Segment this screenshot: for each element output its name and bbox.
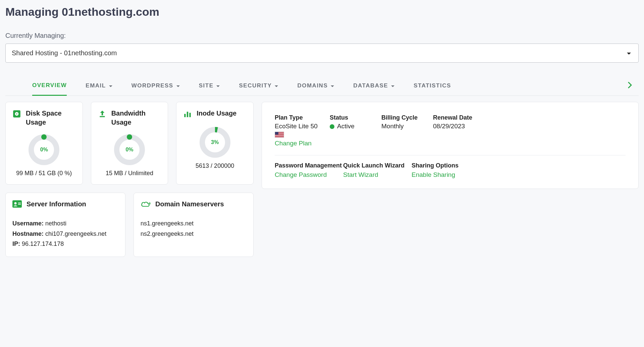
chart-icon (183, 110, 192, 120)
tabs-scroll-right[interactable] (625, 79, 635, 92)
caret-down-icon (109, 82, 113, 89)
hostname-label: Hostname: (12, 230, 44, 237)
renewal-date-value: 08/29/2023 (433, 123, 472, 130)
svg-point-2 (16, 113, 17, 114)
caret-down-icon (274, 82, 278, 89)
nameserver-2: ns2.greengeeks.net (141, 229, 247, 239)
nameservers-card: Domain Nameservers ns1.greengeeks.net ns… (133, 193, 254, 257)
tab-label: STATISTICS (414, 82, 451, 89)
plan-type-label: Plan Type (275, 114, 325, 121)
donut-percent: 3% (198, 126, 232, 159)
donut-percent: 0% (113, 133, 146, 166)
caret-down-icon (391, 82, 395, 89)
status-value: Active (330, 123, 377, 130)
username-value: nethosti (45, 220, 66, 227)
page-title: Managing 01nethosting.com (5, 5, 639, 18)
nameserver-1: ns1.greengeeks.net (141, 218, 247, 229)
disk-donut-chart: 0% (27, 133, 61, 166)
flag-us-icon (275, 132, 284, 138)
tab-overview[interactable]: OVERVIEW (32, 76, 67, 96)
sharing-options-label: Sharing Options (412, 162, 459, 169)
disk-usage-detail: 99 MB / 51 GB (0 %) (12, 170, 76, 177)
tab-label: DATABASE (353, 82, 388, 89)
tab-email[interactable]: EMAIL (86, 76, 112, 95)
bandwidth-card: Bandwidth Usage 0% 15 MB / Unlimited (91, 102, 168, 185)
tab-security[interactable]: SECURITY (239, 76, 278, 95)
card-title: Disk Space Usage (26, 109, 76, 127)
change-plan-link[interactable]: Change Plan (275, 140, 312, 147)
chevron-right-icon (628, 82, 632, 88)
enable-sharing-link[interactable]: Enable Sharing (412, 171, 455, 179)
caret-down-icon (176, 82, 180, 89)
caret-down-icon (216, 82, 220, 89)
change-password-link[interactable]: Change Password (275, 171, 327, 179)
billing-cycle-label: Billing Cycle (381, 114, 428, 121)
hostname-value: chi107.greengeeks.net (45, 230, 106, 237)
inode-card: Inode Usage 3% 5613 / 200000 (176, 102, 254, 185)
tab-wordpress[interactable]: WORDPRESS (131, 76, 180, 95)
bandwidth-usage-detail: 15 MB / Unlimited (98, 170, 161, 177)
svg-point-14 (14, 202, 17, 205)
inode-usage-detail: 5613 / 200000 (183, 162, 247, 169)
tab-label: DOMAINS (297, 82, 328, 89)
tab-statistics[interactable]: STATISTICS (414, 76, 451, 95)
tab-label: WORDPRESS (131, 82, 173, 89)
username-label: Username: (12, 220, 44, 227)
password-mgmt-label: Password Management (275, 162, 342, 169)
tab-label: OVERVIEW (32, 82, 67, 89)
svg-rect-15 (18, 203, 21, 203)
server-ip-row: IP: 96.127.174.178 (12, 239, 118, 249)
cloud-icon (141, 200, 151, 209)
card-title: Inode Usage (197, 109, 236, 118)
tab-site[interactable]: SITE (199, 76, 220, 95)
ip-label: IP: (12, 240, 20, 247)
disk-space-card: Disk Space Usage 0% 99 MB / 51 GB (0 %) (5, 102, 83, 185)
svg-rect-5 (100, 116, 105, 117)
tabs-nav: OVERVIEW EMAIL WORDPRESS SITE SECURITY D… (5, 76, 639, 96)
tab-database[interactable]: DATABASE (353, 76, 395, 95)
bandwidth-donut-chart: 0% (113, 133, 146, 166)
disk-icon (12, 110, 21, 120)
svg-rect-9 (187, 112, 188, 117)
tab-label: SECURITY (239, 82, 272, 89)
currently-managing-label: Currently Managing: (5, 32, 639, 40)
hosting-select[interactable]: Shared Hosting - 01nethosting.com (5, 44, 639, 63)
plan-info-card: Plan Type EcoSite Lite 50 Change Plan St… (262, 102, 639, 189)
card-title: Server Information (26, 200, 86, 209)
status-dot-icon (330, 124, 334, 129)
renewal-date-label: Renewal Date (433, 114, 472, 121)
server-info-card: Server Information Username: nethosti Ho… (5, 193, 125, 257)
billing-cycle-value: Monthly (381, 123, 428, 130)
plan-type-value: EcoSite Lite 50 (275, 123, 325, 130)
quick-launch-label: Quick Launch Wizard (343, 162, 407, 169)
card-title: Domain Nameservers (155, 200, 224, 209)
server-hostname-row: Hostname: chi107.greengeeks.net (12, 229, 118, 239)
svg-rect-8 (184, 114, 186, 117)
ip-value: 96.127.174.178 (22, 240, 64, 247)
caret-down-icon (330, 82, 334, 89)
tab-domains[interactable]: DOMAINS (297, 76, 334, 95)
status-label: Status (330, 114, 377, 121)
upload-icon (98, 110, 107, 120)
tab-label: SITE (199, 82, 214, 89)
donut-percent: 0% (27, 133, 61, 166)
card-title: Bandwidth Usage (111, 109, 161, 127)
inode-donut-chart: 3% (198, 126, 232, 159)
hosting-select-button[interactable]: Shared Hosting - 01nethosting.com (5, 44, 639, 63)
tab-label: EMAIL (86, 82, 106, 89)
server-username-row: Username: nethosti (12, 218, 118, 229)
svg-rect-16 (18, 204, 21, 205)
id-card-icon (12, 200, 22, 209)
svg-rect-10 (190, 113, 191, 117)
start-wizard-link[interactable]: Start Wizard (343, 171, 378, 179)
